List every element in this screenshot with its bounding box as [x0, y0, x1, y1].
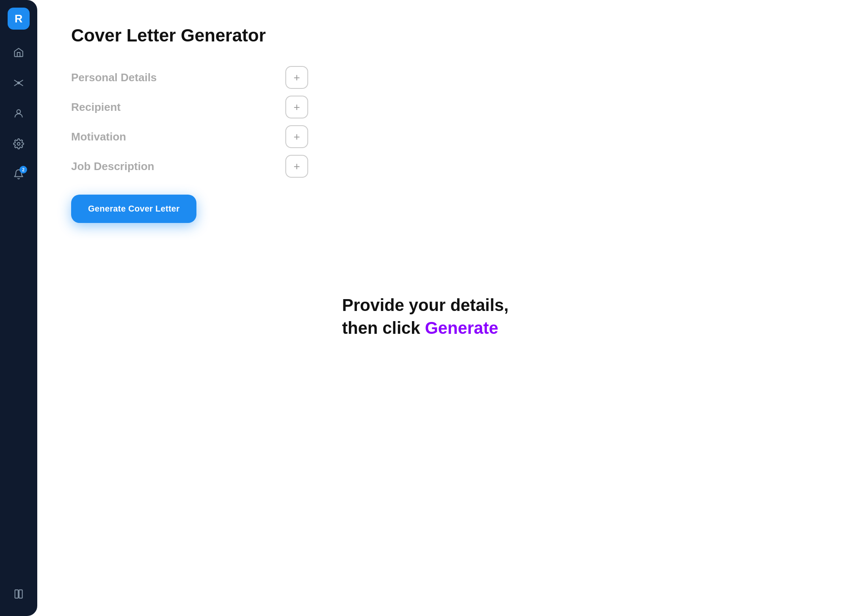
generate-cover-letter-button[interactable]: Generate Cover Letter: [71, 195, 196, 223]
accordion-item-job-description: Job Description +: [71, 155, 308, 178]
home-icon: [13, 47, 24, 58]
info-section: Provide your details, then click Generat…: [342, 25, 833, 591]
accordion-label-recipient: Recipient: [71, 101, 121, 114]
svg-rect-5: [15, 590, 18, 598]
sidebar-item-notifications[interactable]: 2: [9, 165, 28, 184]
accordion-label-personal-details: Personal Details: [71, 71, 157, 84]
notification-badge: 2: [19, 166, 27, 173]
accordion-toggle-job-description[interactable]: +: [285, 155, 308, 178]
accordion-toggle-personal-details[interactable]: +: [285, 66, 308, 89]
info-text: Provide your details, then click Generat…: [342, 294, 508, 339]
info-text-line1: Provide your details,: [342, 296, 508, 314]
sidebar-item-settings[interactable]: [9, 135, 28, 153]
sidebar: R: [0, 0, 37, 616]
sidebar-item-profile[interactable]: [9, 104, 28, 123]
sidebar-item-home[interactable]: [9, 43, 28, 62]
svg-point-3: [17, 110, 21, 113]
accordion-list: Personal Details + Recipient + Motivatio…: [71, 66, 308, 178]
app-logo[interactable]: R: [8, 8, 30, 30]
page-title: Cover Letter Generator: [71, 25, 308, 46]
accordion-toggle-motivation[interactable]: +: [285, 125, 308, 148]
accordion-toggle-recipient[interactable]: +: [285, 96, 308, 118]
tools-icon: [13, 77, 24, 88]
accordion-item-motivation: Motivation +: [71, 125, 308, 148]
user-icon: [13, 108, 24, 119]
accordion-item-recipient: Recipient +: [71, 96, 308, 118]
info-text-highlight: Generate: [425, 319, 498, 337]
main-content: Cover Letter Generator Personal Details …: [37, 0, 867, 616]
svg-point-4: [17, 143, 20, 146]
svg-rect-6: [19, 590, 22, 598]
sidebar-item-pages[interactable]: [9, 585, 28, 603]
accordion-item-personal-details: Personal Details +: [71, 66, 308, 89]
book-icon: [13, 588, 24, 600]
sidebar-bottom: [9, 585, 28, 608]
sidebar-item-tools[interactable]: [9, 74, 28, 92]
form-section: Cover Letter Generator Personal Details …: [71, 25, 308, 591]
gear-icon: [13, 138, 24, 149]
accordion-label-job-description: Job Description: [71, 160, 154, 173]
logo-letter: R: [15, 12, 23, 25]
accordion-label-motivation: Motivation: [71, 130, 126, 143]
info-text-line2-prefix: then click: [342, 319, 425, 337]
sidebar-nav: 2: [9, 43, 28, 585]
